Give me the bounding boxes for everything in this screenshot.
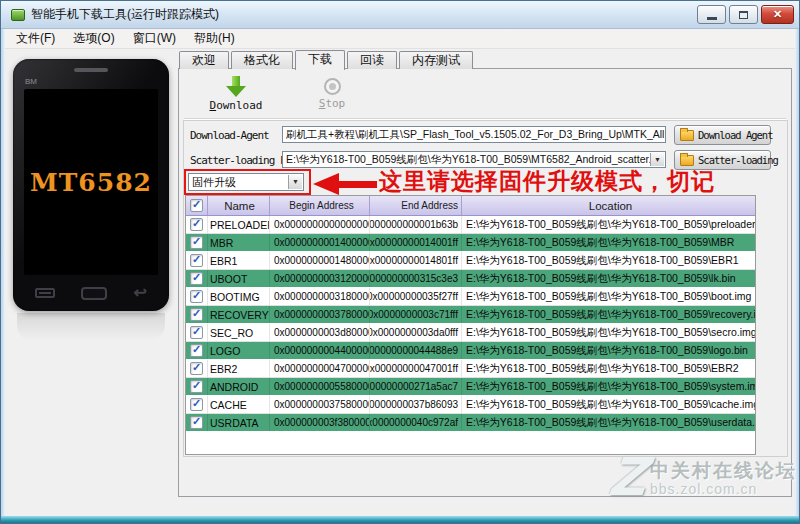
header-location[interactable]: Location bbox=[462, 196, 755, 215]
table-row[interactable]: UBOOT 0x0000000003120000 0x000000000315c… bbox=[186, 270, 755, 288]
download-settings-group: Download-Agent 刷机工具+教程\刷机工具\SP_Flash_Too… bbox=[183, 120, 788, 457]
menu-help[interactable]: 帮助(H) bbox=[185, 28, 244, 49]
folder-icon bbox=[680, 130, 694, 141]
download-button[interactable]: Download bbox=[201, 76, 271, 112]
tab-welcome[interactable]: 欢迎 bbox=[179, 51, 229, 69]
header-end-address[interactable]: End Address bbox=[370, 196, 462, 215]
title-bar: 智能手机下载工具(运行时跟踪模式) ✕ bbox=[1, 1, 799, 29]
annotation-arrow-icon bbox=[313, 173, 377, 195]
row-checkbox[interactable] bbox=[190, 362, 203, 375]
table-header-row: Name Begin Address End Address Location bbox=[186, 196, 755, 216]
window-border-left bbox=[1, 29, 5, 516]
download-agent-button[interactable]: Download Agent bbox=[674, 125, 771, 145]
tab-memory-test[interactable]: 内存测试 bbox=[399, 51, 473, 69]
table-row[interactable]: LOGO 0x0000000004400000 0x00000000044488… bbox=[186, 342, 755, 360]
window-border-right bbox=[795, 29, 799, 516]
row-checkbox[interactable] bbox=[190, 272, 203, 285]
tab-format[interactable]: 格式化 bbox=[231, 51, 293, 69]
menu-bar: 文件(F) 选项(O) 窗口(W) 帮助(H) bbox=[1, 29, 799, 49]
menu-file[interactable]: 文件(F) bbox=[7, 28, 64, 49]
table-row[interactable]: MBR 0x0000000001400000 0x00000000014001f… bbox=[186, 234, 755, 252]
app-icon bbox=[11, 9, 25, 21]
close-icon: ✕ bbox=[773, 8, 782, 21]
phone-back-icon: ↩ bbox=[134, 286, 147, 300]
table-row[interactable]: PRELOADER 0x0000000000000000 0x000000000… bbox=[186, 216, 755, 234]
partition-table: Name Begin Address End Address Location … bbox=[185, 195, 756, 455]
table-row[interactable]: ANDROID 0x0000000005580000 0x00000000271… bbox=[186, 378, 755, 396]
table-row[interactable]: USRDATA 0x000000003f380000 0x0000000040c… bbox=[186, 414, 755, 432]
phone-image: BM MT6582 ↩ bbox=[13, 59, 169, 311]
table-row[interactable]: RECOVERY 0x0000000003780000 0x0000000003… bbox=[186, 306, 755, 324]
app-window: 智能手机下载工具(运行时跟踪模式) ✕ 文件(F) 选项(O) 窗口(W) 帮助… bbox=[0, 0, 800, 524]
download-agent-label: Download-Agent bbox=[190, 129, 269, 142]
close-button[interactable]: ✕ bbox=[761, 5, 794, 24]
table-row[interactable]: CACHE 0x0000000037580000 0x0000000037b86… bbox=[186, 396, 755, 414]
table-row[interactable]: EBR1 0x0000000001480000 0x00000000014801… bbox=[186, 252, 755, 270]
row-checkbox[interactable] bbox=[190, 254, 203, 267]
annotation-highlight-box bbox=[184, 169, 311, 195]
row-checkbox[interactable] bbox=[190, 326, 203, 339]
row-checkbox[interactable] bbox=[190, 290, 203, 303]
table-row[interactable]: BOOTIMG 0x0000000003180000 0x00000000035… bbox=[186, 288, 755, 306]
phone-corner-label: BM bbox=[25, 77, 37, 86]
phone-menu-icon bbox=[35, 288, 55, 298]
stop-button[interactable]: Stop bbox=[297, 76, 367, 110]
phone-screen: MT6582 bbox=[24, 89, 158, 275]
minimize-button[interactable] bbox=[697, 5, 726, 24]
header-begin-address[interactable]: Begin Address bbox=[270, 196, 370, 215]
table-row[interactable]: EBR2 0x0000000004700000 0x00000000047001… bbox=[186, 360, 755, 378]
select-all-checkbox[interactable] bbox=[190, 199, 203, 212]
tab-strip: 欢迎 格式化 下载 回读 内存测试 bbox=[179, 50, 475, 69]
folder-icon bbox=[680, 155, 694, 166]
phone-speaker bbox=[74, 68, 108, 72]
row-checkbox[interactable] bbox=[190, 308, 203, 321]
chipset-label: MT6582 bbox=[30, 168, 152, 197]
row-checkbox[interactable] bbox=[190, 344, 203, 357]
maximize-button[interactable] bbox=[729, 5, 758, 24]
download-tab-panel: Download Stop Download-Agent 刷机工具+教程\刷机工… bbox=[178, 68, 792, 497]
phone-reflection bbox=[17, 313, 165, 341]
phone-home-icon bbox=[81, 287, 107, 300]
header-name[interactable]: Name bbox=[208, 196, 270, 215]
stop-icon bbox=[324, 78, 341, 95]
download-agent-field[interactable]: 刷机工具+教程\刷机工具\SP_Flash_Tool_v5.1505.02_Fo… bbox=[282, 126, 666, 143]
menu-options[interactable]: 选项(O) bbox=[64, 28, 123, 49]
row-checkbox[interactable] bbox=[190, 236, 203, 249]
row-checkbox[interactable] bbox=[190, 218, 203, 231]
table-row[interactable]: SEC_RO 0x0000000003d80000 0x0000000003da… bbox=[186, 324, 755, 342]
row-checkbox[interactable] bbox=[190, 380, 203, 393]
tab-readback[interactable]: 回读 bbox=[347, 51, 397, 69]
tab-download[interactable]: 下载 bbox=[295, 50, 345, 70]
window-border-bottom bbox=[1, 516, 799, 523]
row-checkbox[interactable] bbox=[190, 398, 203, 411]
window-title: 智能手机下载工具(运行时跟踪模式) bbox=[31, 6, 219, 23]
maximize-icon bbox=[739, 11, 748, 19]
chevron-down-icon[interactable] bbox=[650, 153, 664, 166]
menu-window[interactable]: 窗口(W) bbox=[124, 28, 185, 49]
minimize-icon bbox=[707, 17, 717, 20]
annotation-text: 这里请选择固件升级模式，切记 bbox=[379, 166, 715, 197]
row-checkbox[interactable] bbox=[190, 416, 203, 429]
download-arrow-icon bbox=[226, 76, 246, 97]
